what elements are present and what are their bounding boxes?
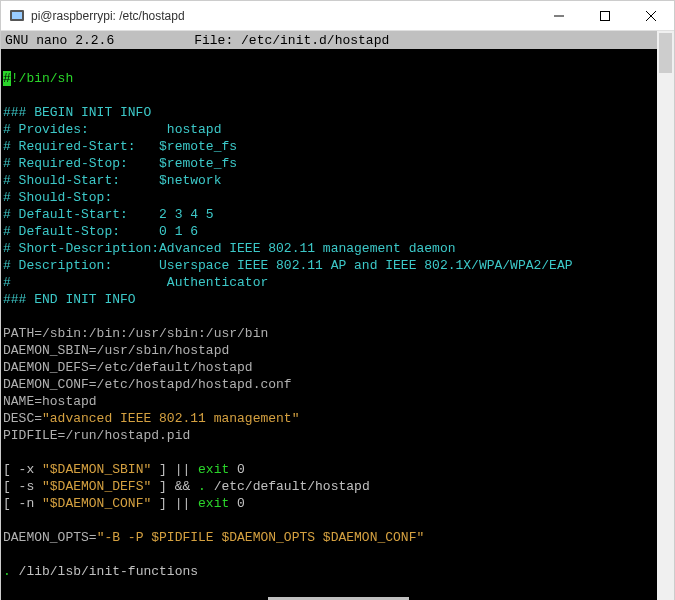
editor-line [3,580,674,597]
init-meta-line: # Should-Stop: [3,189,674,206]
editor-line [3,444,674,461]
var-line: PIDFILE=/run/hostapd.pid [3,427,674,444]
init-meta-line: # Default-Start: 2 3 4 5 [3,206,674,223]
window-title: pi@raspberrypi: /etc/hostapd [31,9,536,23]
shebang-line: #!/bin/sh [3,70,674,87]
cursor: # [3,71,11,86]
test-line: [ -s "$DAEMON_DEFS" ] && . /etc/default/… [3,478,674,495]
var-line: NAME=hostapd [3,393,674,410]
minimize-button[interactable] [536,1,582,31]
editor-line [3,512,674,529]
test-line: [ -x "$DAEMON_SBIN" ] || exit 0 [3,461,674,478]
init-meta-line: # Default-Stop: 0 1 6 [3,223,674,240]
close-button[interactable] [628,1,674,31]
maximize-button[interactable] [582,1,628,31]
var-line: PATH=/sbin:/bin:/usr/sbin:/usr/bin [3,325,674,342]
test-line: [ -n "$DAEMON_CONF" ] || exit 0 [3,495,674,512]
svg-rect-3 [601,11,610,20]
var-line: DAEMON_CONF=/etc/hostapd/hostapd.conf [3,376,674,393]
editor-line [3,308,674,325]
var-line: DAEMON_OPTS="-B -P $PIDFILE $DAEMON_OPTS… [3,529,674,546]
editor-line [3,546,674,563]
init-meta-line: # Short-Description:Advanced IEEE 802.11… [3,240,674,257]
window: pi@raspberrypi: /etc/hostapd GNU nano 2.… [0,0,675,600]
app-icon [9,8,25,24]
editor-body[interactable]: #!/bin/sh ### BEGIN INIT INFO# Provides:… [1,49,674,600]
scrollbar[interactable] [657,31,674,600]
nano-header: GNU nano 2.2.6 File: /etc/init.d/hostapd [1,31,674,49]
editor-line [3,87,674,104]
editor-line [3,53,674,70]
var-line: DESC="advanced IEEE 802.11 management" [3,410,674,427]
init-meta-line: # Required-Start: $remote_fs [3,138,674,155]
var-line: DAEMON_SBIN=/usr/sbin/hostapd [3,342,674,359]
init-meta-line: # Provides: hostapd [3,121,674,138]
init-info-begin: ### BEGIN INIT INFO [3,104,674,121]
init-meta-line: # Description: Userspace IEEE 802.11 AP … [3,257,674,274]
init-meta-line: # Required-Stop: $remote_fs [3,155,674,172]
init-info-end: ### END INIT INFO [3,291,674,308]
titlebar[interactable]: pi@raspberrypi: /etc/hostapd [1,1,674,31]
init-meta-line: # Authenticator [3,274,674,291]
scrollbar-thumb[interactable] [659,33,672,73]
nano-version: GNU nano 2.2.6 [5,33,194,48]
source-line: . /lib/lsb/init-functions [3,563,674,580]
nano-filepath: File: /etc/init.d/hostapd [194,33,670,48]
window-controls [536,1,674,31]
var-line: DAEMON_DEFS=/etc/default/hostapd [3,359,674,376]
init-meta-line: # Should-Start: $network [3,172,674,189]
terminal[interactable]: GNU nano 2.2.6 File: /etc/init.d/hostapd… [1,31,674,600]
svg-rect-1 [12,12,22,19]
